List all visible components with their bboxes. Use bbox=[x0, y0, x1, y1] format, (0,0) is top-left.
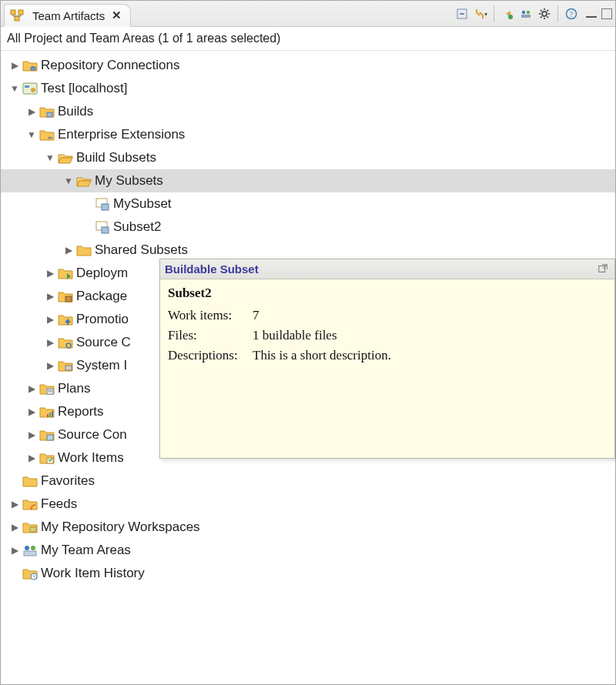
tree-label: MySubset bbox=[113, 196, 172, 212]
folder-promotion-icon bbox=[58, 312, 73, 327]
hover-val-files: 1 buildable files bbox=[253, 326, 399, 346]
tree-label: Subset2 bbox=[113, 219, 161, 235]
folder-scm-icon bbox=[39, 427, 55, 443]
hover-key-files: Files: bbox=[168, 326, 253, 346]
folder-source-icon bbox=[58, 335, 73, 350]
tree-label: Shared Subsets bbox=[95, 242, 188, 258]
svg-rect-19 bbox=[102, 204, 109, 210]
svg-rect-24 bbox=[65, 366, 72, 370]
tree-item-repo-connections[interactable]: ▶ Repository Connections bbox=[1, 54, 615, 77]
folder-open-icon bbox=[58, 150, 73, 165]
popout-icon[interactable] bbox=[598, 263, 610, 276]
view-toolbar: ▾ ? bbox=[454, 1, 612, 27]
expand-icon[interactable]: ▶ bbox=[7, 545, 22, 556]
svg-point-17 bbox=[48, 137, 52, 139]
collapse-icon[interactable]: ▼ bbox=[24, 129, 39, 140]
collapse-all-button[interactable] bbox=[454, 5, 470, 22]
folder-favorites-icon bbox=[22, 473, 38, 489]
expand-icon[interactable]: ▶ bbox=[7, 499, 22, 510]
tree-item-feeds[interactable]: ▶ Feeds bbox=[1, 493, 615, 516]
svg-text:?: ? bbox=[570, 10, 574, 18]
expand-icon[interactable]: ▶ bbox=[61, 245, 76, 256]
folder-package-icon bbox=[58, 289, 73, 304]
expand-icon[interactable]: ▶ bbox=[42, 337, 58, 348]
svg-rect-28 bbox=[52, 411, 53, 417]
tree-item-subset2[interactable]: ▶ Subset2 bbox=[1, 216, 615, 239]
expand-icon[interactable]: ▶ bbox=[24, 383, 39, 394]
tree-label: Favorites bbox=[41, 473, 95, 489]
help-button[interactable]: ? bbox=[563, 5, 580, 22]
svg-rect-26 bbox=[47, 414, 49, 417]
hover-panel-body: Subset2 Work items: 7 Files: 1 buildable… bbox=[160, 279, 614, 373]
minimize-view-button[interactable] bbox=[586, 10, 597, 18]
tree-label: Work Items bbox=[58, 450, 124, 466]
collapse-icon[interactable]: ▼ bbox=[42, 152, 58, 163]
svg-point-5 bbox=[522, 11, 525, 14]
expand-icon[interactable]: ▶ bbox=[42, 291, 58, 302]
svg-rect-27 bbox=[49, 413, 51, 417]
folder-open-icon bbox=[76, 173, 92, 189]
maximize-view-button[interactable] bbox=[601, 8, 612, 19]
svg-point-34 bbox=[31, 546, 35, 550]
collapse-icon[interactable]: ▼ bbox=[7, 83, 22, 94]
svg-rect-1 bbox=[18, 10, 23, 15]
expand-icon[interactable]: ▶ bbox=[7, 60, 22, 71]
tree-item-enterprise-extensions[interactable]: ▼ Enterprise Extensions bbox=[1, 123, 615, 146]
folder-workspace-icon bbox=[22, 520, 38, 535]
svg-point-8 bbox=[542, 12, 547, 16]
svg-point-6 bbox=[527, 11, 530, 14]
folder-icon bbox=[76, 242, 92, 258]
expand-icon[interactable]: ▶ bbox=[24, 106, 39, 117]
area-filter-label[interactable]: All Project and Team Areas (1 of 1 areas… bbox=[1, 27, 615, 51]
hover-info-panel: Buildable Subset Subset2 Work items: 7 F… bbox=[159, 259, 615, 459]
svg-rect-35 bbox=[24, 551, 36, 556]
expand-icon[interactable]: ▶ bbox=[42, 314, 58, 325]
tree-item-my-subsets[interactable]: ▼ My Subsets bbox=[1, 169, 615, 192]
expand-icon[interactable]: ▶ bbox=[24, 453, 39, 463]
team-hub-button[interactable] bbox=[517, 5, 534, 22]
folder-plans-icon bbox=[39, 381, 55, 396]
svg-point-15 bbox=[31, 88, 35, 92]
tree-label: System I bbox=[76, 358, 127, 373]
collapse-icon[interactable]: ▼ bbox=[61, 175, 76, 186]
tree-item-work-item-history[interactable]: ▶ Work Item History bbox=[1, 562, 615, 585]
tree-label: Package bbox=[76, 289, 127, 304]
folder-db-icon bbox=[22, 58, 38, 73]
tree-item-mysubset[interactable]: ▶ MySubset bbox=[1, 192, 615, 216]
view-tab-team-artifacts[interactable]: Team Artifacts ✕ bbox=[4, 4, 131, 27]
link-with-editor-button[interactable]: ▾ bbox=[472, 5, 489, 22]
svg-point-33 bbox=[25, 546, 29, 550]
tree-label: Deploym bbox=[76, 266, 128, 281]
tree-item-my-repo-workspaces[interactable]: ▶ My Repository Workspaces bbox=[1, 516, 615, 539]
close-view-button[interactable]: ✕ bbox=[109, 8, 124, 22]
svg-rect-21 bbox=[102, 227, 109, 233]
svg-point-4 bbox=[508, 15, 513, 19]
tree-item-project-test[interactable]: ▼ Test [localhost] bbox=[1, 77, 615, 100]
tree-label: Build Subsets bbox=[76, 150, 156, 165]
svg-rect-12 bbox=[31, 68, 35, 70]
hover-val-desc: This is a short description. bbox=[253, 346, 399, 366]
project-area-icon bbox=[22, 81, 38, 96]
svg-point-31 bbox=[31, 508, 32, 510]
expand-icon[interactable]: ▶ bbox=[42, 360, 58, 371]
expand-icon[interactable]: ▶ bbox=[42, 268, 58, 279]
tree-item-favorites[interactable]: ▶ Favorites bbox=[1, 469, 615, 493]
toolbar-separator bbox=[494, 5, 494, 22]
folder-history-icon bbox=[22, 566, 38, 581]
tree-label: Source Con bbox=[58, 427, 127, 443]
gear-menu-button[interactable] bbox=[536, 5, 553, 22]
expand-icon[interactable]: ▶ bbox=[24, 406, 39, 417]
expand-icon[interactable]: ▶ bbox=[7, 522, 22, 533]
tree-item-builds[interactable]: ▶ Builds bbox=[1, 100, 615, 123]
tree-label: Test [localhost] bbox=[41, 81, 127, 96]
tree-item-build-subsets[interactable]: ▼ Build Subsets bbox=[1, 146, 615, 169]
tree-item-my-team-areas[interactable]: ▶ My Team Areas bbox=[1, 539, 615, 562]
tree-label: Repository Connections bbox=[41, 58, 179, 73]
expand-icon[interactable]: ▶ bbox=[24, 429, 39, 440]
tree-label: Feeds bbox=[41, 496, 77, 512]
svg-rect-22 bbox=[65, 296, 72, 302]
view-tabbar: Team Artifacts ✕ ▾ ? bbox=[1, 1, 615, 27]
tree-label: Promotio bbox=[76, 312, 129, 327]
navigate-back-button[interactable] bbox=[499, 5, 516, 22]
hover-key-desc: Descriptions: bbox=[168, 346, 253, 366]
